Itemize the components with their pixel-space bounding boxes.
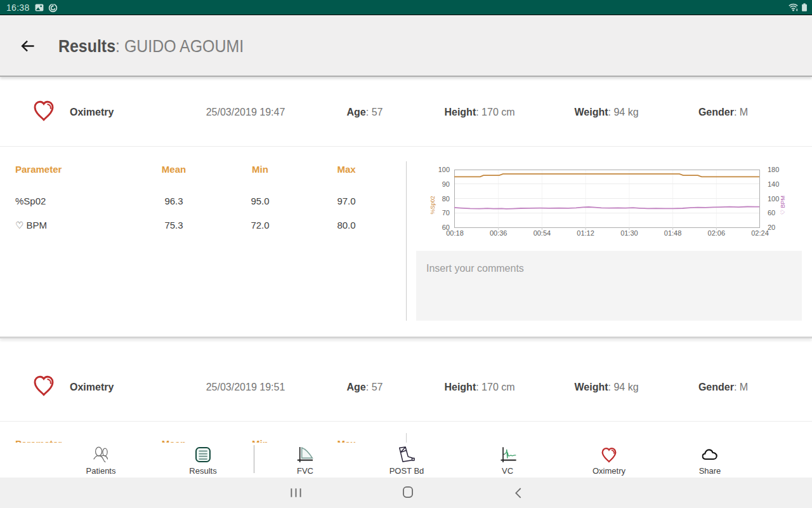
- svg-text:02:24: 02:24: [751, 229, 769, 237]
- svg-text:00:18: 00:18: [446, 229, 464, 237]
- svg-text:01:48: 01:48: [664, 229, 682, 237]
- svg-text:01:12: 01:12: [577, 229, 594, 237]
- svg-text:100: 100: [438, 166, 450, 173]
- svg-text:140: 140: [768, 180, 779, 188]
- svg-text:180: 180: [768, 166, 779, 173]
- svg-text:02:06: 02:06: [708, 229, 726, 237]
- svg-text:20: 20: [768, 224, 775, 231]
- svg-text:90: 90: [442, 180, 450, 188]
- svg-text:01:30: 01:30: [620, 229, 638, 237]
- svg-text:00:54: 00:54: [534, 229, 551, 237]
- svg-text:70: 70: [442, 209, 450, 217]
- svg-text:60: 60: [768, 209, 775, 217]
- svg-text:80: 80: [442, 195, 450, 203]
- svg-text:%Sp02: %Sp02: [429, 196, 436, 214]
- svg-text:00:36: 00:36: [490, 229, 508, 237]
- svg-text:100: 100: [768, 195, 779, 203]
- svg-text:♡ BPM: ♡ BPM: [780, 196, 786, 215]
